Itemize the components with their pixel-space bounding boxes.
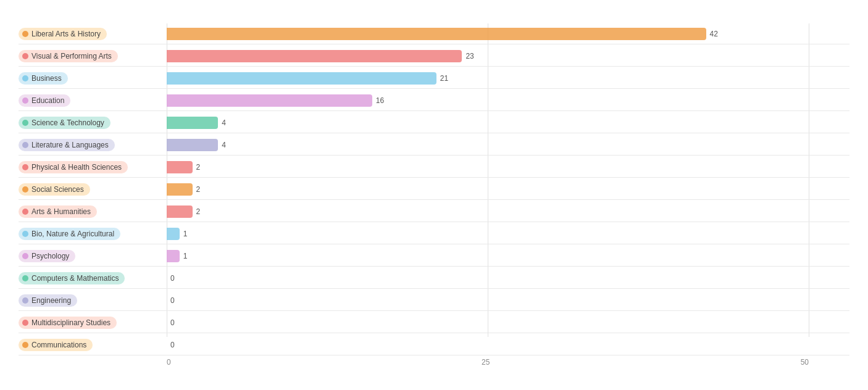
label-dot [22, 297, 28, 304]
bar-row: Science & Technology4 [19, 112, 849, 133]
bar-track [167, 94, 372, 107]
label-pill: Visual & Performing Arts [19, 50, 118, 62]
x-axis-label: 50 [801, 358, 809, 367]
bar-row: Arts & Humanities2 [19, 201, 849, 222]
bar-track [167, 139, 218, 151]
label-pill: Liberal Arts & History [19, 28, 107, 40]
label-dot [22, 209, 28, 215]
label-text: Education [31, 96, 64, 105]
bar-label: Visual & Performing Arts [19, 50, 118, 62]
label-dot [22, 142, 28, 148]
label-pill: Science & Technology [19, 117, 111, 129]
label-text: Physical & Health Sciences [31, 163, 122, 172]
bar-value-label: 1 [183, 252, 188, 260]
bar-track [167, 28, 706, 40]
bar-row: Education16 [19, 90, 849, 111]
bar-row: Liberal Arts & History42 [19, 23, 849, 44]
bar-label: Psychology [19, 250, 75, 262]
bar-track [167, 228, 180, 240]
label-dot [22, 120, 28, 126]
label-pill: Communications [19, 339, 93, 351]
bar-label: Science & Technology [19, 117, 111, 129]
bar-value-label: 4 [222, 118, 226, 127]
bar-value-label: 2 [196, 207, 201, 216]
label-text: Multidisciplinary Studies [31, 318, 111, 327]
bar-value-label: 0 [170, 296, 175, 305]
label-text: Psychology [31, 252, 69, 260]
bar-label: Engineering [19, 294, 77, 307]
bar-value-label: 4 [222, 141, 226, 149]
x-axis-label: 0 [167, 358, 171, 367]
bar-track [167, 50, 462, 62]
bar-row: Engineering0 [19, 290, 849, 311]
bar-label: Bio, Nature & Agricultural [19, 228, 120, 240]
label-dot [22, 320, 28, 326]
bar-label: Education [19, 94, 70, 107]
label-text: Engineering [31, 296, 71, 305]
bar-row: Multidisciplinary Studies0 [19, 312, 849, 333]
label-text: Computers & Mathematics [31, 274, 119, 283]
label-dot [22, 31, 28, 37]
label-pill: Computers & Mathematics [19, 272, 125, 284]
bar-value-label: 42 [710, 30, 718, 38]
label-pill: Multidisciplinary Studies [19, 317, 117, 329]
bar-value-label: 2 [196, 185, 201, 194]
bar-label: Physical & Health Sciences [19, 161, 128, 173]
label-text: Liberal Arts & History [31, 30, 101, 38]
bar-label: Multidisciplinary Studies [19, 317, 117, 329]
label-pill: Social Sciences [19, 183, 90, 196]
label-dot [22, 53, 28, 59]
label-text: Science & Technology [31, 118, 104, 127]
label-pill: Bio, Nature & Agricultural [19, 228, 120, 240]
bar-row: Psychology1 [19, 246, 849, 267]
chart-container: Liberal Arts & History42Visual & Perform… [19, 12, 849, 385]
bar-label: Computers & Mathematics [19, 272, 125, 284]
bar-track [167, 205, 193, 218]
bar-track [167, 250, 180, 262]
bar-value-label: 2 [196, 163, 201, 172]
label-dot [22, 164, 28, 170]
label-text: Bio, Nature & Agricultural [31, 230, 114, 238]
bars-section: Liberal Arts & History42Visual & Perform… [19, 23, 849, 385]
bar-label: Communications [19, 339, 93, 351]
bar-label: Business [19, 72, 68, 85]
bar-row: Social Sciences2 [19, 179, 849, 200]
x-axis-label: 25 [482, 358, 490, 367]
label-text: Arts & Humanities [31, 207, 91, 216]
bar-row: Literature & Languages4 [19, 135, 849, 156]
bar-value-label: 0 [170, 318, 175, 327]
bar-value-label: 16 [376, 96, 384, 105]
bar-value-label: 23 [465, 52, 474, 60]
label-pill: Arts & Humanities [19, 205, 97, 218]
label-dot [22, 231, 28, 237]
label-text: Visual & Performing Arts [31, 52, 112, 60]
label-pill: Physical & Health Sciences [19, 161, 128, 173]
bar-row: Visual & Performing Arts23 [19, 46, 849, 67]
bar-label: Arts & Humanities [19, 205, 97, 218]
label-pill: Psychology [19, 250, 75, 262]
bar-value-label: 21 [440, 74, 448, 83]
label-pill: Business [19, 72, 68, 85]
label-dot [22, 342, 28, 348]
label-dot [22, 253, 28, 259]
label-pill: Engineering [19, 294, 77, 307]
label-pill: Education [19, 94, 70, 107]
bar-row: Computers & Mathematics0 [19, 268, 849, 289]
label-text: Business [31, 74, 62, 83]
bar-track [167, 183, 193, 196]
bar-value-label: 1 [183, 230, 188, 238]
label-text: Communications [31, 341, 86, 349]
label-dot [22, 98, 28, 104]
bar-label: Social Sciences [19, 183, 90, 196]
bar-label: Literature & Languages [19, 139, 115, 151]
label-pill: Literature & Languages [19, 139, 115, 151]
label-dot [22, 186, 28, 193]
bar-row: Communications0 [19, 334, 849, 355]
bar-track [167, 72, 436, 85]
bar-value-label: 0 [170, 341, 175, 349]
x-axis: 02550 [167, 358, 809, 367]
bar-track [167, 161, 193, 173]
bar-value-label: 0 [170, 274, 175, 283]
label-text: Literature & Languages [31, 141, 109, 149]
bar-row: Business21 [19, 68, 849, 89]
